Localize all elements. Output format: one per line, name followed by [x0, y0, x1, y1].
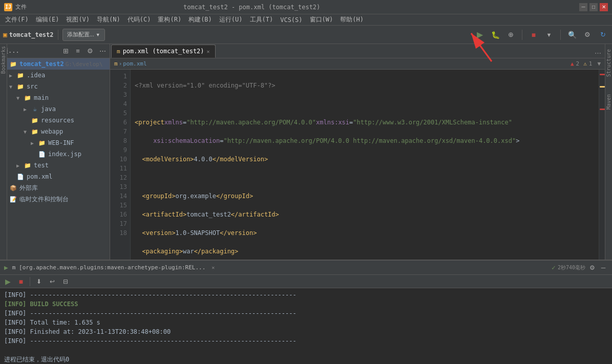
run-panel-settings[interactable]: ⚙: [587, 263, 597, 272]
code-editor[interactable]: 12345 678910 1112131415 161718 <?xml ver…: [110, 70, 605, 260]
gutter-error-2: [600, 109, 605, 110]
maven-panel-label[interactable]: Maven: [605, 91, 612, 113]
menu-code[interactable]: 代码(C): [124, 14, 154, 25]
status-check-icon: ✓: [552, 264, 556, 271]
code-line-3: <project xmlns="http://maven.apache.org/…: [135, 118, 595, 127]
more-run-button[interactable]: ▼: [543, 29, 555, 41]
tree-item-java[interactable]: ▶ ☕ java: [0, 103, 110, 115]
editor-tab-pom[interactable]: m pom.xml (tomcat_test2) ✕: [111, 45, 216, 58]
run-panel-minimize[interactable]: ─: [599, 263, 608, 272]
run-scroll-end-button[interactable]: ⬇: [33, 276, 45, 287]
maximize-button[interactable]: □: [589, 3, 598, 11]
menu-window[interactable]: 窗口(W): [307, 14, 336, 25]
tree-item-src[interactable]: ▼ 📁 src: [0, 81, 110, 92]
code-line-4: xsi:schemaLocation="http://maven.apache.…: [135, 136, 595, 145]
editor-more-button[interactable]: ⋯: [593, 48, 603, 58]
updates-button[interactable]: ↻: [597, 29, 609, 41]
add-config-button[interactable]: 添加配置... ▼: [62, 29, 105, 41]
folder-icon-main: 📁: [24, 94, 32, 102]
gutter-warn-1: [600, 86, 605, 88]
tree-item-resources[interactable]: ▶ 📁 resources: [0, 115, 110, 126]
tree-item-idea[interactable]: ▶ 📁 .idea: [0, 70, 110, 81]
sidebar-config-button[interactable]: ⚙: [85, 46, 95, 56]
menu-vcs[interactable]: VCS(S): [277, 15, 305, 25]
tree-arrow-java: ▶: [24, 106, 31, 112]
breadcrumb-file: pom.xml: [123, 60, 146, 67]
tree-item-extlibs[interactable]: ▶ 📦 外部库: [0, 182, 110, 194]
sidebar-collapse-button[interactable]: ≡: [73, 46, 83, 56]
run-stop-button[interactable]: ■: [15, 276, 27, 287]
bookmarks-label[interactable]: Bookmarks: [1, 46, 6, 74]
editor-info: ▲ 2 ⚠ 1 ▼: [571, 60, 601, 67]
search-button[interactable]: 🔍: [566, 29, 578, 41]
tree-item-root[interactable]: ▼ 📁 tomcat_test2 G:\develop\: [0, 58, 110, 70]
error-count: ▲: [571, 60, 574, 67]
tree-arrow-test: ▶: [16, 163, 24, 168]
run-output-toolbar: ▶ ■ ⬇ ↩ ⊟: [0, 275, 612, 288]
tree-arrow-idea: ▶: [9, 73, 16, 78]
menu-edit[interactable]: 编辑(E): [33, 14, 62, 25]
tree-item-indexjsp[interactable]: ▶ 📄 index.jsp: [0, 148, 110, 160]
breadcrumb-icon: m: [114, 60, 118, 67]
structure-panel-label[interactable]: Structure: [605, 46, 612, 80]
tree-label-idea: .idea: [27, 72, 45, 79]
run-wrap-button[interactable]: ↩: [47, 276, 58, 287]
tree-label-scratch: 临时文件和控制台: [19, 195, 69, 204]
warn-count: ⚠: [583, 60, 587, 67]
tree-item-webapp[interactable]: ▼ 📁 webapp: [0, 126, 110, 137]
run-restart-button[interactable]: ▶: [2, 276, 13, 287]
tab-close-pom[interactable]: ✕: [207, 49, 210, 54]
project-tree: ▼ 📁 tomcat_test2 G:\develop\ ▶ 📁 .idea ▼…: [0, 58, 110, 260]
tree-arrow-webinf: ▶: [31, 140, 38, 146]
menu-refactor[interactable]: 重构(R): [155, 14, 184, 25]
sidebar-title: 项...: [2, 47, 58, 55]
menu-tools[interactable]: 工具(T): [247, 14, 277, 25]
menu-file[interactable]: 文件(F): [2, 14, 32, 25]
tree-item-pom[interactable]: ▶ 📄 pom.xml: [0, 171, 110, 182]
tree-arrow-src: ▼: [9, 84, 16, 90]
tree-path: G:\develop\: [66, 61, 103, 68]
run-output: [INFO] ---------------------------------…: [0, 288, 612, 364]
sidebar-more-button[interactable]: ⋯: [97, 46, 108, 56]
editor-tabs: m pom.xml (tomcat_test2) ✕ ⋯: [110, 44, 605, 58]
run-output-line-4: [INFO] Total time: 1.635 s: [4, 318, 608, 327]
toolbar-separator: [58, 30, 58, 40]
tree-item-webinf[interactable]: ▶ 📁 WEB-INF: [0, 137, 110, 148]
editor-area: m pom.xml (tomcat_test2) ✕ ⋯ m › pom.xml…: [110, 44, 605, 260]
sidebar-expand-button[interactable]: ⊞: [60, 46, 71, 56]
close-button[interactable]: ✕: [600, 3, 608, 11]
menu-navigate[interactable]: 导航(N): [94, 14, 123, 25]
stop-button[interactable]: ■: [527, 29, 540, 41]
menu-run[interactable]: 运行(U): [216, 14, 246, 25]
minimize-button[interactable]: ─: [579, 3, 587, 11]
toolbar-sep2: [522, 30, 522, 40]
menu-bar: 文件(F) 编辑(E) 视图(V) 导航(N) 代码(C) 重构(R) 构建(B…: [0, 14, 612, 26]
xml-icon-pom: 📄: [16, 173, 25, 181]
settings-button[interactable]: ⚙: [581, 29, 594, 41]
run-filter-button[interactable]: ⊟: [60, 276, 71, 287]
menu-view[interactable]: 视图(V): [63, 14, 93, 25]
run-close-btn[interactable]: ✕: [212, 265, 215, 270]
tree-label-main: main: [34, 94, 49, 101]
status-time: 2秒740毫秒: [558, 264, 585, 271]
tree-item-scratch[interactable]: ▶ 📝 临时文件和控制台: [0, 194, 110, 205]
run-output-line-3: [INFO] ---------------------------------…: [4, 309, 608, 318]
tree-label-src: src: [27, 83, 38, 90]
menu-help[interactable]: 帮助(H): [337, 14, 367, 25]
debug-button[interactable]: 🐛: [489, 29, 501, 41]
run-button[interactable]: ▶: [474, 29, 486, 41]
tree-item-main[interactable]: ▼ 📁 main: [0, 92, 110, 103]
tree-label-webapp: webapp: [41, 128, 63, 135]
run-output-line-1: [INFO] ---------------------------------…: [4, 290, 608, 299]
app-icon: IJ: [4, 3, 12, 11]
code-content[interactable]: <?xml version="1.0" encoding="UTF-8"?> <…: [131, 70, 599, 260]
run-header-right: ✓ 2秒740毫秒 ⚙ ─: [552, 263, 608, 272]
tree-item-test[interactable]: ▶ 📁 test: [0, 160, 110, 171]
title-bar: IJ 文件 tomcat_test2 - pom.xml (tomcat_tes…: [0, 0, 612, 14]
right-panel: Structure Maven: [605, 44, 612, 260]
menu-build[interactable]: 构建(B): [185, 14, 215, 25]
run-coverage-button[interactable]: ⊕: [504, 29, 517, 41]
dropdown-icon: ▼: [96, 32, 100, 37]
breadcrumb: m › pom.xml: [114, 60, 147, 67]
jsp-icon: 📄: [38, 150, 46, 158]
